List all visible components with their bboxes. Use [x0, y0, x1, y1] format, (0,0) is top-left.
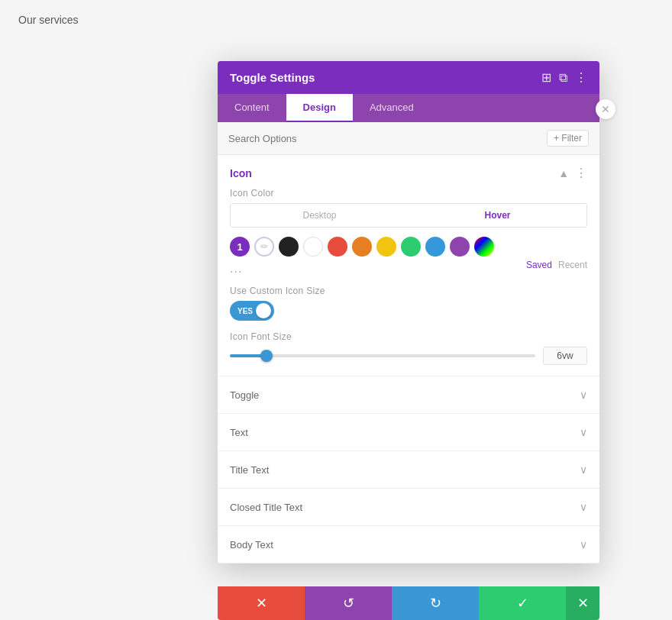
- icon-section-content: Icon Color Desktop Hover 1 ✏: [218, 188, 599, 376]
- tab-advanced[interactable]: Advanced: [353, 94, 431, 122]
- toggle-settings-modal: Toggle Settings ⊞ ⧉ ⋮ Content Design Adv…: [218, 61, 599, 563]
- toggle-yes-label: YES: [237, 307, 253, 315]
- body-text-section-title: Body Text: [230, 539, 273, 551]
- icon-section: Icon ▲ ⋮ Icon Color Desktop Hover 1 ✏: [218, 155, 599, 376]
- icon-color-sub-tabs: Desktop Hover: [230, 203, 587, 228]
- text-section[interactable]: Text ∨: [218, 414, 599, 451]
- custom-icon-size-toggle[interactable]: YES: [230, 301, 274, 321]
- more-colors-dots[interactable]: ...: [230, 262, 242, 276]
- search-bar: + Filter: [218, 122, 599, 155]
- toggle-section[interactable]: Toggle ∨: [218, 376, 599, 414]
- title-text-section-title: Title Text: [230, 464, 269, 476]
- modal-header-icons: ⊞ ⧉ ⋮: [541, 70, 587, 85]
- text-section-chevron: ∨: [580, 426, 587, 438]
- slider-thumb[interactable]: [260, 350, 273, 362]
- swatch-number-badge: 1: [230, 237, 250, 257]
- reset-icon: ↺: [343, 595, 354, 612]
- close-icon: ✕: [577, 595, 589, 612]
- toggle-section-title: Toggle: [230, 389, 259, 401]
- icon-section-controls: ▲ ⋮: [558, 166, 587, 180]
- icon-section-more-icon[interactable]: ⋮: [575, 166, 587, 180]
- custom-icon-size-label: Use Custom Icon Size: [230, 286, 587, 296]
- sub-tab-hover[interactable]: Hover: [409, 204, 586, 227]
- recent-tab[interactable]: Recent: [558, 260, 587, 270]
- icon-section-collapse-icon[interactable]: ▲: [558, 167, 569, 179]
- color-swatch-red[interactable]: [328, 237, 347, 257]
- color-swatch-green[interactable]: [401, 237, 421, 257]
- icon-section-header: Icon ▲ ⋮: [218, 155, 599, 188]
- color-swatch-yellow[interactable]: [376, 237, 396, 257]
- color-swatches: 1 ✏: [230, 237, 587, 257]
- color-swatch-white[interactable]: [303, 237, 323, 257]
- text-section-title: Text: [230, 427, 248, 438]
- toggle-section-chevron: ∨: [580, 389, 587, 401]
- icon-color-label: Icon Color: [230, 188, 587, 199]
- color-swatch-black[interactable]: [279, 237, 299, 257]
- filter-button[interactable]: + Filter: [547, 130, 589, 147]
- icon-font-size-row: Icon Font Size 6vw: [230, 331, 587, 365]
- expand-icon[interactable]: ⊞: [541, 70, 551, 85]
- modal-body: Icon ▲ ⋮ Icon Color Desktop Hover 1 ✏: [218, 155, 599, 563]
- reset-button[interactable]: ↺: [305, 586, 392, 620]
- closed-title-text-section-title: Closed Title Text: [230, 502, 302, 513]
- page-title: Our services: [18, 14, 79, 26]
- icon-font-size-label: Icon Font Size: [230, 331, 587, 342]
- body-text-section[interactable]: Body Text ∨: [218, 526, 599, 563]
- save-button[interactable]: ✓: [479, 586, 566, 620]
- redo-icon: ↻: [430, 595, 441, 612]
- custom-icon-size-row: Use Custom Icon Size YES: [230, 286, 587, 321]
- redo-button[interactable]: ↻: [392, 586, 479, 620]
- tab-design[interactable]: Design: [286, 94, 353, 122]
- slider-row: 6vw: [230, 347, 587, 365]
- modal-header: Toggle Settings ⊞ ⧉ ⋮: [218, 61, 599, 94]
- font-size-value[interactable]: 6vw: [543, 347, 587, 365]
- saved-recent-tabs: Saved Recent: [526, 260, 587, 270]
- modal-close-outside-button[interactable]: ✕: [596, 99, 615, 119]
- tab-content[interactable]: Content: [218, 94, 286, 122]
- modal-tabs: Content Design Advanced: [218, 94, 599, 122]
- cancel-button[interactable]: ✕: [218, 586, 305, 620]
- color-swatch-blue[interactable]: [425, 237, 445, 257]
- swatch-edit-button[interactable]: ✏: [254, 237, 274, 257]
- close-button[interactable]: ✕: [566, 586, 599, 620]
- slider-track[interactable]: [230, 354, 535, 357]
- action-bar: ✕ ↺ ↻ ✓ ✕: [218, 586, 599, 620]
- saved-tab[interactable]: Saved: [526, 260, 552, 270]
- color-swatch-orange[interactable]: [352, 237, 372, 257]
- title-text-section[interactable]: Title Text ∨: [218, 451, 599, 489]
- columns-icon[interactable]: ⧉: [559, 71, 567, 85]
- icon-section-title: Icon: [230, 167, 252, 179]
- toggle-switch-wrap: YES: [230, 301, 587, 321]
- more-options-icon[interactable]: ⋮: [575, 70, 587, 85]
- closed-title-text-section-chevron: ∨: [580, 501, 587, 513]
- search-input[interactable]: [228, 133, 480, 144]
- modal-title: Toggle Settings: [230, 71, 315, 84]
- body-text-section-chevron: ∨: [580, 538, 587, 551]
- color-swatch-violet[interactable]: [450, 237, 470, 257]
- cancel-icon: ✕: [256, 595, 267, 612]
- save-icon: ✓: [517, 595, 528, 612]
- toggle-knob: [256, 303, 271, 318]
- sub-tab-desktop[interactable]: Desktop: [231, 204, 409, 227]
- title-text-section-chevron: ∨: [580, 463, 587, 476]
- closed-title-text-section[interactable]: Closed Title Text ∨: [218, 489, 599, 526]
- color-swatch-gradient[interactable]: [474, 237, 494, 257]
